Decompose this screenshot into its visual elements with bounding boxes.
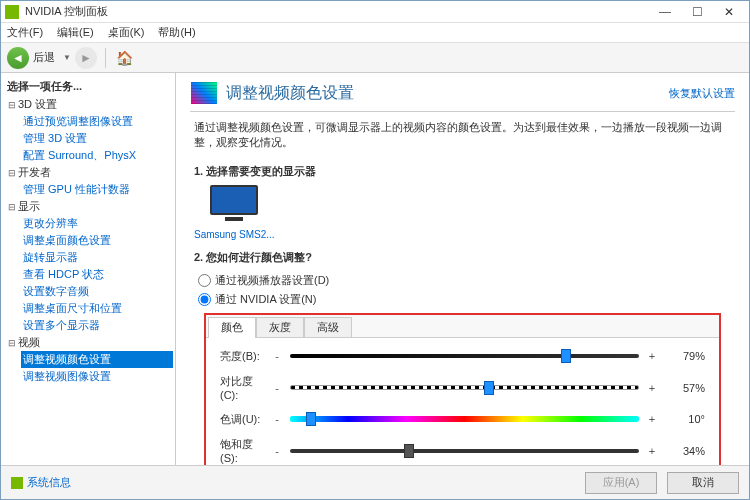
separator xyxy=(105,48,106,68)
menu-help[interactable]: 帮助(H) xyxy=(158,25,195,40)
slider-row: 亮度(B):-+79% xyxy=(220,348,705,364)
step-2-title: 2. 您如何进行颜色调整? xyxy=(194,250,731,265)
step-2: 2. 您如何进行颜色调整? 通过视频播放器设置(D)通过 NVIDIA 设置(N… xyxy=(176,250,749,465)
nvidia-small-icon xyxy=(11,477,23,489)
radio-option[interactable]: 通过 NVIDIA 设置(N) xyxy=(198,290,731,309)
sidebar: 选择一项任务... ⊟3D 设置通过预览调整图像设置管理 3D 设置配置 Sur… xyxy=(1,73,176,465)
minimize-button[interactable]: — xyxy=(649,2,681,22)
content-pane: 调整视频颜色设置 恢复默认设置 通过调整视频颜色设置，可微调显示器上的视频内容的… xyxy=(176,73,749,465)
plus-icon[interactable]: + xyxy=(647,382,657,394)
monitor-icon xyxy=(210,185,258,215)
tree-group[interactable]: ⊟3D 设置 xyxy=(3,96,173,113)
step-1-title: 1. 选择需要变更的显示器 xyxy=(194,164,731,179)
tree-group[interactable]: ⊟开发者 xyxy=(3,164,173,181)
slider-value: 34% xyxy=(665,445,705,457)
footer: 系统信息 应用(A) 取消 xyxy=(1,465,749,499)
tree-item[interactable]: 管理 3D 设置 xyxy=(21,130,173,147)
toolbar: ◄ 后退 ▼ ► 🏠 xyxy=(1,43,749,73)
maximize-button[interactable]: ☐ xyxy=(681,2,713,22)
highlight-box: 颜色灰度高级 亮度(B):-+79%对比度(C):-+57%色调(U):-+10… xyxy=(204,313,721,465)
menu-edit[interactable]: 编辑(E) xyxy=(57,25,94,40)
slider-label: 亮度(B): xyxy=(220,349,264,364)
minus-icon[interactable]: - xyxy=(272,413,282,425)
tree-item[interactable]: 通过预览调整图像设置 xyxy=(21,113,173,130)
tree-item[interactable]: 旋转显示器 xyxy=(21,249,173,266)
tree-item[interactable]: 调整视频颜色设置 xyxy=(21,351,173,368)
tree-item[interactable]: 设置数字音频 xyxy=(21,283,173,300)
color-bars-icon xyxy=(190,81,218,105)
minus-icon[interactable]: - xyxy=(272,382,282,394)
nvidia-icon xyxy=(5,5,19,19)
minus-icon[interactable]: - xyxy=(272,350,282,362)
tabs: 颜色灰度高级 xyxy=(206,315,719,338)
tab[interactable]: 颜色 xyxy=(208,317,256,337)
slider-track[interactable] xyxy=(290,348,639,364)
sidebar-heading: 选择一项任务... xyxy=(1,77,175,96)
plus-icon[interactable]: + xyxy=(647,445,657,457)
tree-item[interactable]: 查看 HDCP 状态 xyxy=(21,266,173,283)
slider-value: 57% xyxy=(665,382,705,394)
dropdown-icon[interactable]: ▼ xyxy=(63,53,71,62)
home-button[interactable]: 🏠 xyxy=(114,47,136,69)
titlebar: NVIDIA 控制面板 — ☐ ✕ xyxy=(1,1,749,23)
slider-row: 色调(U):-+10° xyxy=(220,411,705,427)
display-name: Samsung SMS2... xyxy=(194,229,275,240)
menubar: 文件(F) 编辑(E) 桌面(K) 帮助(H) xyxy=(1,23,749,43)
slider-label: 色调(U): xyxy=(220,412,264,427)
radio-option[interactable]: 通过视频播放器设置(D) xyxy=(198,271,731,290)
step-1: 1. 选择需要变更的显示器 Samsung SMS2... xyxy=(176,164,749,250)
tree-group[interactable]: ⊟显示 xyxy=(3,198,173,215)
slider-track[interactable] xyxy=(290,443,639,459)
tree-item[interactable]: 管理 GPU 性能计数器 xyxy=(21,181,173,198)
plus-icon[interactable]: + xyxy=(647,413,657,425)
slider-row: 饱和度(S):-+34% xyxy=(220,437,705,464)
app-window: NVIDIA 控制面板 — ☐ ✕ 文件(F) 编辑(E) 桌面(K) 帮助(H… xyxy=(0,0,750,500)
nav-back-label: 后退 xyxy=(33,50,55,65)
slider-value: 79% xyxy=(665,350,705,362)
slider-track[interactable] xyxy=(290,380,639,396)
tree-item[interactable]: 配置 Surround、PhysX xyxy=(21,147,173,164)
tree-item[interactable]: 更改分辨率 xyxy=(21,215,173,232)
nav-forward-button[interactable]: ► xyxy=(75,47,97,69)
slider-row: 对比度(C):-+57% xyxy=(220,374,705,401)
divider xyxy=(190,111,735,112)
tree-item[interactable]: 设置多个显示器 xyxy=(21,317,173,334)
slider-label: 饱和度(S): xyxy=(220,437,264,464)
plus-icon[interactable]: + xyxy=(647,350,657,362)
tree-item[interactable]: 调整桌面尺寸和位置 xyxy=(21,300,173,317)
menu-file[interactable]: 文件(F) xyxy=(7,25,43,40)
tree-item[interactable]: 调整桌面颜色设置 xyxy=(21,232,173,249)
close-button[interactable]: ✕ xyxy=(713,2,745,22)
nav-back-button[interactable]: ◄ xyxy=(7,47,29,69)
window-title: NVIDIA 控制面板 xyxy=(25,4,649,19)
restore-defaults-link[interactable]: 恢复默认设置 xyxy=(669,86,735,101)
tree-group[interactable]: ⊟视频 xyxy=(3,334,173,351)
minus-icon[interactable]: - xyxy=(272,445,282,457)
slider-value: 10° xyxy=(665,413,705,425)
page-title: 调整视频颜色设置 xyxy=(226,83,661,104)
cancel-button[interactable]: 取消 xyxy=(667,472,739,494)
slider-label: 对比度(C): xyxy=(220,374,264,401)
display-selector[interactable]: Samsung SMS2... xyxy=(194,185,275,240)
tab[interactable]: 高级 xyxy=(304,317,352,337)
slider-track[interactable] xyxy=(290,411,639,427)
menu-desktop[interactable]: 桌面(K) xyxy=(108,25,145,40)
tree-item[interactable]: 调整视频图像设置 xyxy=(21,368,173,385)
tab[interactable]: 灰度 xyxy=(256,317,304,337)
description: 通过调整视频颜色设置，可微调显示器上的视频内容的颜色设置。为达到最佳效果，一边播… xyxy=(176,120,749,164)
system-info-link[interactable]: 系统信息 xyxy=(11,475,71,490)
apply-button[interactable]: 应用(A) xyxy=(585,472,657,494)
